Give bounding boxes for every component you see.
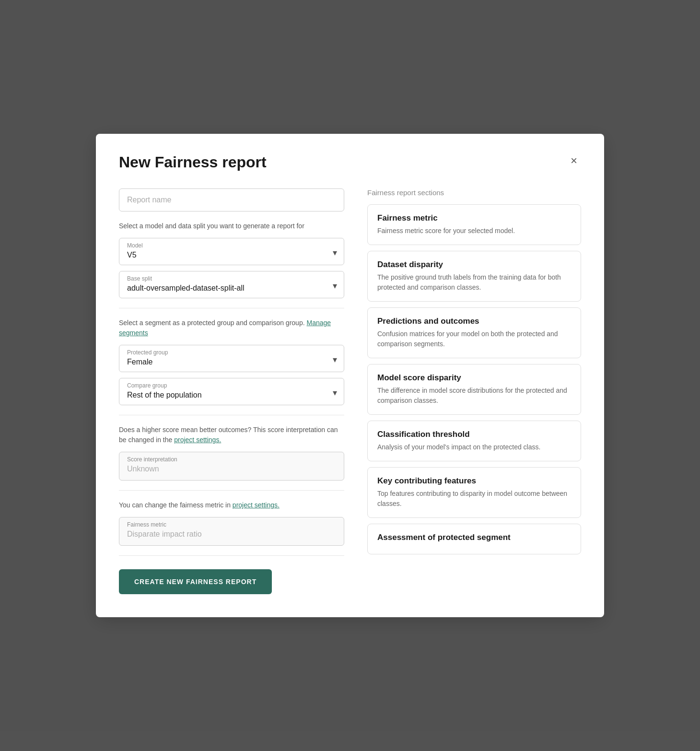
fairness-metric-group: Fairness metric Disparate impact ratio <box>119 517 344 546</box>
model-select-wrapper: Model V5 V4 V3 ▾ <box>119 238 344 265</box>
fairness-metric-value: Disparate impact ratio <box>127 530 336 539</box>
score-interpretation-group: Score interpretation Unknown <box>119 452 344 481</box>
section-card-predictions-outcomes: Predictions and outcomes Confusion matri… <box>367 307 581 358</box>
section-card-title-6: Assessment of protected segment <box>377 533 571 542</box>
score-interpretation-value: Unknown <box>127 465 336 473</box>
report-name-field[interactable] <box>119 188 344 211</box>
segment-helper-text: Select a segment as a protected group an… <box>119 318 344 338</box>
divider-3 <box>119 490 344 491</box>
modal-overlay: New Fairness report × Select a model and… <box>0 0 700 751</box>
score-interpretation-field: Score interpretation Unknown <box>119 452 344 481</box>
model-helper-text: Select a model and data split you want t… <box>119 221 344 231</box>
segment-helper-prefix: Select a segment as a protected group an… <box>119 319 306 327</box>
compare-group-select[interactable]: Rest of the population Male All <box>119 389 344 405</box>
sections-label: Fairness report sections <box>367 188 581 197</box>
section-card-title-4: Classification threshold <box>377 430 571 439</box>
protected-group-select[interactable]: Female Male All <box>119 356 344 372</box>
protected-group-label: Protected group <box>119 345 344 356</box>
divider-2 <box>119 415 344 415</box>
base-split-group: Base split adult-oversampled-dataset-spl… <box>119 271 344 298</box>
compare-group-select-wrapper: Compare group Rest of the population Mal… <box>119 378 344 405</box>
section-card-classification-threshold: Classification threshold Analysis of you… <box>367 421 581 461</box>
section-card-desc-4: Analysis of your model's impact on the p… <box>377 442 571 452</box>
project-settings-link-1[interactable]: project settings. <box>174 436 221 444</box>
close-button[interactable]: × <box>567 153 581 168</box>
left-panel: Select a model and data split you want t… <box>119 188 344 594</box>
protected-group-group: Protected group Female Male All ▾ <box>119 345 344 372</box>
report-name-group <box>119 188 344 211</box>
right-panel: Fairness report sections Fairness metric… <box>367 188 581 594</box>
section-card-key-contributing-features: Key contributing features Top features c… <box>367 467 581 518</box>
report-name-input[interactable] <box>127 196 336 204</box>
modal-header: New Fairness report × <box>119 153 581 171</box>
score-helper-prefix: Does a higher score mean better outcomes… <box>119 426 338 444</box>
section-card-dataset-disparity: Dataset disparity The positive ground tr… <box>367 251 581 302</box>
model-select[interactable]: V5 V4 V3 <box>119 249 344 265</box>
section-card-fairness-metric: Fairness metric Fairness metric score fo… <box>367 204 581 245</box>
section-card-assessment-protected-segment: Assessment of protected segment <box>367 524 581 554</box>
modal-dialog: New Fairness report × Select a model and… <box>96 134 604 617</box>
section-card-title-1: Dataset disparity <box>377 260 571 270</box>
project-settings-link-2[interactable]: project settings. <box>233 501 280 509</box>
model-label: Model <box>119 238 344 249</box>
modal-title: New Fairness report <box>119 153 267 171</box>
section-card-desc-2: Confusion matrices for your model on bot… <box>377 329 571 349</box>
base-split-select[interactable]: adult-oversampled-dataset-split-all adul… <box>119 282 344 298</box>
fairness-helper-prefix: You can change the fairness metric in <box>119 501 233 509</box>
fairness-metric-label: Fairness metric <box>127 521 336 528</box>
fairness-metric-field: Fairness metric Disparate impact ratio <box>119 517 344 546</box>
compare-group-label: Compare group <box>119 378 344 389</box>
base-split-label: Base split <box>119 271 344 282</box>
section-card-title-0: Fairness metric <box>377 213 571 223</box>
section-card-desc-0: Fairness metric score for your selected … <box>377 226 571 236</box>
modal-body: Select a model and data split you want t… <box>119 188 581 594</box>
fairness-helper-text: You can change the fairness metric in pr… <box>119 500 344 510</box>
section-card-model-score-disparity: Model score disparity The difference in … <box>367 364 581 415</box>
score-interpretation-label: Score interpretation <box>127 456 336 463</box>
section-card-desc-5: Top features contributing to disparity i… <box>377 489 571 509</box>
model-select-group: Model V5 V4 V3 ▾ <box>119 238 344 265</box>
section-card-title-5: Key contributing features <box>377 476 571 486</box>
compare-group-group: Compare group Rest of the population Mal… <box>119 378 344 405</box>
divider-4 <box>119 555 344 556</box>
divider-1 <box>119 308 344 308</box>
score-helper-text: Does a higher score mean better outcomes… <box>119 425 344 445</box>
section-card-title-2: Predictions and outcomes <box>377 317 571 326</box>
protected-group-select-wrapper: Protected group Female Male All ▾ <box>119 345 344 372</box>
base-split-select-wrapper: Base split adult-oversampled-dataset-spl… <box>119 271 344 298</box>
section-card-desc-3: The difference in model score distributi… <box>377 386 571 406</box>
section-card-title-3: Model score disparity <box>377 373 571 383</box>
section-card-desc-1: The positive ground truth labels from th… <box>377 272 571 293</box>
create-report-button[interactable]: CREATE NEW FAIRNESS REPORT <box>119 569 272 594</box>
